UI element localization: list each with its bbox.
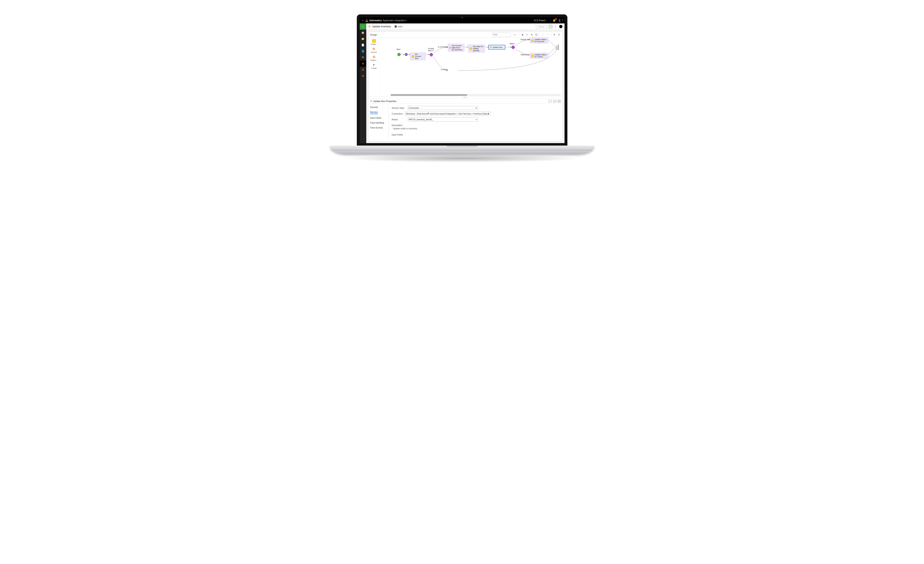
tab-fault-handling[interactable]: Fault Handling: [370, 122, 387, 124]
process-icon: ✿: [368, 25, 370, 28]
palette-assign[interactable]: 🟨 Assign...: [370, 39, 378, 45]
row-action: Action: PATCH_inventory_itemID_: [392, 117, 478, 122]
layout-stack-icon[interactable]: [558, 100, 561, 102]
palette-service[interactable]: ✿ Service: [371, 47, 377, 53]
node-set-current-item[interactable]: 🟨 Set Current Item: [410, 52, 426, 60]
delete-icon[interactable]: 🗑: [521, 33, 524, 36]
palette-label: Create: [371, 67, 376, 69]
zoom-in-icon[interactable]: ⊕: [553, 33, 556, 36]
layout-single-icon[interactable]: [549, 100, 552, 102]
nav-tools-icon[interactable]: 🛠: [360, 54, 366, 60]
nav-home-icon[interactable]: 🏠: [360, 30, 366, 36]
paste-icon[interactable]: 📋: [535, 33, 538, 36]
page-title: Update Inventory: [372, 25, 391, 28]
laptop-frame: ≡ Informatica Application Integration II…: [318, 0, 606, 176]
gateway-current-item[interactable]: [429, 52, 433, 57]
assign-node-icon: 🟨: [469, 47, 472, 50]
status-label: status: [510, 42, 514, 45]
node-set-value[interactable]: 🟨 Set value for update quantity: [468, 45, 485, 52]
main-area: ✿ Update Inventory Valid Save ✓ ⋮: [366, 24, 564, 143]
action-label: Action:: [392, 118, 406, 121]
zoom-out-icon[interactable]: ⊖: [557, 33, 561, 36]
more-menu-icon[interactable]: ⋮: [554, 25, 558, 28]
palette-label: Assign...: [370, 43, 378, 45]
palette-subprocess[interactable]: ✿ Subpro...: [370, 55, 378, 61]
nav-folder-icon[interactable]: 📁: [360, 36, 366, 42]
save-button[interactable]: Save: [536, 25, 547, 28]
app-context-dropdown[interactable]: Application Integration: [383, 19, 407, 22]
copy-icon[interactable]: ⧉: [530, 33, 534, 36]
row-service-type: Service Type: Connection: [392, 106, 478, 110]
nav-doc-icon[interactable]: 📘: [360, 48, 366, 54]
nav-integration-icon[interactable]: ✿: [360, 67, 366, 73]
branch-empty-label: Is empty: [441, 69, 448, 70]
design-canvas[interactable]: Start ◔ 🟨 Set Current Item Current Item?…: [380, 38, 562, 96]
nav-add-button[interactable]: ＋: [360, 24, 366, 30]
validate-icon[interactable]: ✓: [549, 25, 552, 28]
find-input[interactable]: [492, 33, 511, 37]
start-label: Start: [396, 48, 400, 50]
nav-integration2-icon[interactable]: ✿: [360, 73, 366, 79]
notification-badge: !: [555, 18, 557, 20]
node-palette: 🟨 Assign... ✿ Service ✿ Subpro...: [369, 38, 380, 96]
tab-input-fields[interactable]: Input Fields: [370, 117, 387, 119]
node-update-success[interactable]: 🟨 Update Status for Success: [530, 38, 548, 44]
end-node[interactable]: [558, 45, 558, 50]
environment-dropdown[interactable]: IICS iPaaS: [534, 19, 546, 22]
laptop-camera-icon: [461, 17, 463, 18]
go-to-start-icon[interactable]: |←: [514, 33, 518, 36]
divider: [551, 33, 551, 36]
body-row: ＋ 🏠 📁 📄 📘 🛠 ✿ ✿ ✿ ✿ Update Inventory: [360, 24, 564, 143]
divider: [540, 33, 540, 36]
validity-status: Valid: [394, 25, 402, 28]
start-node[interactable]: [398, 53, 400, 56]
nav-assets-icon[interactable]: 📄: [360, 42, 366, 48]
canvas-horizontal-scrollbar[interactable]: [391, 94, 561, 96]
notifications-icon[interactable]: 🔔!: [553, 19, 556, 22]
layout-split-icon[interactable]: [553, 100, 556, 102]
laptop-screen: ≡ Informatica Application Integration II…: [357, 14, 567, 146]
tab-service[interactable]: Service: [370, 111, 378, 114]
redo-icon[interactable]: ↷: [546, 33, 549, 36]
divider: [550, 19, 551, 22]
design-header: Design |← 🗑 ✂ ⧉ 📋 ↶ ↷: [369, 32, 562, 38]
action-select[interactable]: PATCH_inventory_itemID_: [408, 117, 478, 122]
canvas-row: 🟨 Assign... ✿ Service ✿ Subpro...: [369, 38, 562, 96]
palette-label: Subpro...: [370, 59, 378, 61]
service-type-select[interactable]: Connection: [408, 106, 478, 110]
branch-not-empty-label: Is not empty: [438, 46, 448, 48]
service-icon: ✿: [370, 100, 372, 102]
node-label: Get Current state from the inventory: [452, 45, 463, 51]
panel-resize-handle[interactable]: •••: [369, 96, 562, 98]
left-nav: ＋ 🏠 📁 📄 📘 🛠 ✿ ✿ ✿: [360, 24, 366, 143]
help-icon[interactable]: ?: [562, 19, 563, 22]
user-icon[interactable]: 👤: [558, 19, 561, 22]
node-update-failure[interactable]: 🟨 Update Status for Failure: [530, 53, 548, 58]
palette-create[interactable]: ✦ Create: [371, 63, 376, 69]
design-panel: Design |← 🗑 ✂ ⧉ 📋 ↶ ↷: [368, 32, 562, 141]
nav-integration-active-icon[interactable]: ✿: [360, 60, 366, 67]
connection-select[interactable]: Workshop - Real-time API and Event-based…: [405, 112, 490, 116]
divider: [388, 106, 389, 139]
tab-timer-events[interactable]: Timer Events: [370, 126, 387, 129]
app-root: ≡ Informatica Application Integration II…: [360, 17, 564, 143]
description-text: Update entity in inventory: [392, 127, 478, 130]
undo-icon[interactable]: ↶: [542, 33, 545, 36]
node-update-item[interactable]: ✿ Update Item: [489, 45, 505, 50]
brand-logo-icon: [366, 19, 368, 22]
create-icon: ✦: [372, 63, 375, 67]
service-node-icon: ✿: [490, 46, 492, 48]
tab-general[interactable]: General: [370, 106, 387, 108]
hamburger-icon[interactable]: ≡: [361, 19, 364, 22]
gateway-status[interactable]: [511, 45, 515, 50]
properties-header: ✿ Update Item Properties: [369, 99, 562, 104]
service-node-icon: ✿: [449, 46, 451, 49]
cut-icon[interactable]: ✂: [526, 33, 529, 36]
assign-node-icon: 🟨: [411, 55, 414, 58]
properties-tabs: General Service Input Fields Fault Handl…: [370, 106, 388, 139]
node-get-state[interactable]: ✿ Get Current state from the inventory: [448, 44, 464, 52]
valid-square-icon: [394, 26, 397, 27]
timer-node[interactable]: ◔: [405, 53, 408, 56]
node-label: Update Status for Success: [535, 39, 547, 42]
scrollbar-thumb[interactable]: [391, 94, 467, 96]
